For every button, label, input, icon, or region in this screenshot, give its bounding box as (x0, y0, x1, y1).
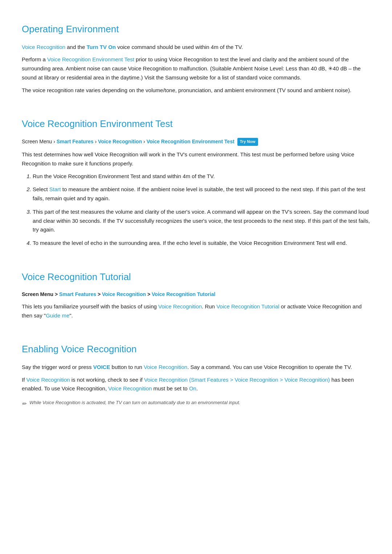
step-3: This part of the test measures the volum… (33, 208, 370, 234)
voice-recognition-link-3[interactable]: Voice Recognition (102, 291, 146, 297)
voice-recognition-tutorial-title: Voice Recognition Tutorial (22, 262, 370, 285)
voice-recognition-tutorial-section: Voice Recognition Tutorial Screen Menu >… (22, 262, 370, 320)
smart-features-link-1[interactable]: Smart Features (57, 139, 94, 144)
note-text: While Voice Recognition is activated, th… (29, 399, 240, 407)
on-link[interactable]: On (189, 385, 196, 391)
voice-recognition-link-6[interactable]: Voice Recognition (26, 377, 70, 383)
voice-recognition-env-test-link-1[interactable]: Voice Recognition Environment Test (47, 56, 134, 62)
enabling-voice-recognition-title: Enabling Voice Recognition (22, 335, 370, 357)
voice-recognition-smart-features-link[interactable]: Voice Recognition (Smart Features > Voic… (144, 377, 330, 383)
voice-recognition-tutorial-para: This lets you familiarize yourself with … (22, 302, 370, 320)
voice-recognition-environment-test-title: Voice Recognition Environment Test (22, 109, 370, 132)
smart-features-link-2[interactable]: Smart Features (59, 291, 96, 297)
guide-me-link[interactable]: Guide me (46, 312, 69, 319)
voice-recognition-link-1[interactable]: Voice Recognition (22, 44, 65, 50)
operating-environment-para1: Voice Recognition and the Turn TV On voi… (22, 43, 370, 52)
operating-environment-section: Operating Environment Voice Recognition … (22, 15, 370, 95)
voice-recognition-env-test-intro: This test determines how well Voice Reco… (22, 150, 370, 168)
turn-tv-on-link[interactable]: Turn TV On (86, 44, 116, 50)
voice-recognition-tutorial-breadcrumb: Screen Menu > Smart Features > Voice Rec… (22, 290, 370, 298)
voice-recognition-link-2[interactable]: Voice Recognition (98, 139, 142, 144)
voice-recognition-env-test-breadcrumb: Screen Menu › Smart Features › Voice Rec… (22, 138, 370, 146)
voice-recognition-env-test-steps: Run the Voice Recognition Environment Te… (33, 172, 370, 248)
voice-button-link[interactable]: VOICE (93, 364, 110, 370)
step-4: To measure the level of echo in the surr… (33, 239, 370, 248)
start-link[interactable]: Start (49, 186, 61, 192)
voice-recognition-link-7[interactable]: Voice Recognition (108, 385, 152, 391)
voice-recognition-link-5[interactable]: Voice Recognition (144, 364, 187, 370)
voice-recognition-link-4[interactable]: Voice Recognition (158, 303, 202, 309)
step-2: Select Start to measure the ambient nois… (33, 185, 370, 203)
enabling-voice-recognition-para2: If Voice Recognition is not working, che… (22, 376, 370, 394)
voice-recognition-environment-test-section: Voice Recognition Environment Test Scree… (22, 109, 370, 247)
try-now-badge[interactable]: Try Now (237, 138, 258, 146)
operating-environment-para3: The voice recognition rate varies depend… (22, 86, 370, 95)
operating-environment-title: Operating Environment (22, 15, 370, 37)
enabling-voice-recognition-para1: Say the trigger word or press VOICE butt… (22, 363, 370, 372)
enabling-voice-recognition-note: ✏ While Voice Recognition is activated, … (22, 399, 370, 408)
operating-environment-para2: Perform a Voice Recognition Environment … (22, 55, 370, 82)
voice-recognition-tutorial-run-link[interactable]: Voice Recognition Tutorial (216, 303, 279, 309)
voice-recognition-tutorial-link[interactable]: Voice Recognition Tutorial (152, 291, 215, 297)
voice-recognition-env-test-link-2[interactable]: Voice Recognition Environment Test (147, 139, 234, 144)
step-1: Run the Voice Recognition Environment Te… (33, 172, 370, 181)
enabling-voice-recognition-section: Enabling Voice Recognition Say the trigg… (22, 335, 370, 408)
note-icon: ✏ (22, 399, 26, 408)
